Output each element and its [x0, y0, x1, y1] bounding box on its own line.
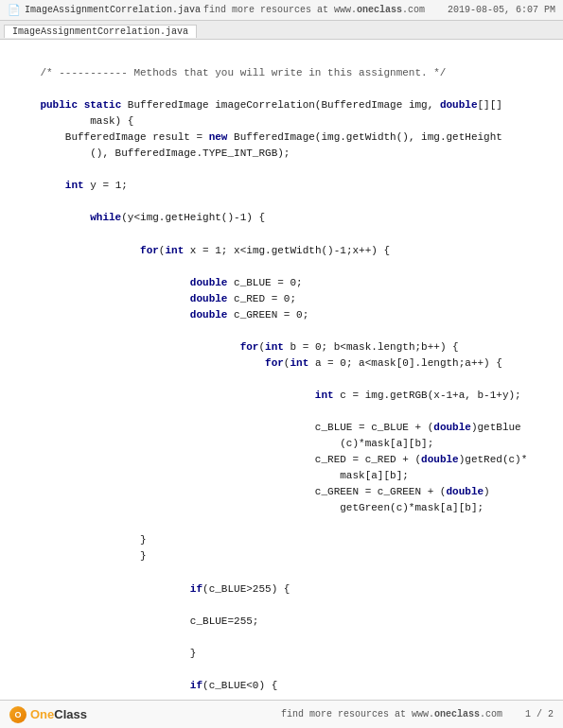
code-line: double c_BLUE = 0;	[15, 277, 303, 288]
code-line: double c_RED = 0;	[15, 293, 296, 304]
footer-right-link: find more resources at www.oneclass.com …	[281, 709, 554, 719]
tab-bar: ImageAssignmentCorrelation.java	[0, 21, 563, 40]
code-line: c_RED = c_RED + (double)getRed(c)*	[15, 454, 527, 465]
code-line: c_BLUE=255;	[15, 615, 258, 627]
header-bar: 📄 ImageAssignmentCorrelation.java find m…	[0, 0, 563, 21]
header-website: find more resources at www.oneclass.com	[203, 5, 425, 15]
comment-line: /* ----------- Methods that you will wri…	[15, 67, 446, 78]
code-line: while(y<img.getHeight()-1) {	[15, 212, 265, 223]
file-icon: 📄	[8, 4, 21, 16]
code-line: c_BLUE = c_BLUE + (double)getBlue	[15, 422, 521, 433]
code-line: double c_GREEN = 0;	[15, 309, 308, 321]
code-line: int c = img.getRGB(x-1+a, b-1+y);	[15, 390, 521, 401]
code-line: for(int x = 1; x<img.getWidth()-1;x++) {	[15, 245, 390, 256]
logo-icon: O	[9, 706, 26, 723]
code-line: }	[15, 550, 147, 562]
code-line: if(c_BLUE<0) {	[15, 680, 277, 691]
code-line: for(int a = 0; a<mask[0].length;a++) {	[15, 357, 502, 369]
code-line: }	[15, 534, 147, 546]
code-line: if(c_BLUE>255) {	[15, 583, 290, 595]
header-left: 📄 ImageAssignmentCorrelation.java	[8, 4, 201, 16]
page-number: 1 / 2	[525, 709, 554, 719]
footer-logo: O OneClass	[9, 706, 87, 723]
code-line: (), BufferedImage.TYPE_INT_RGB);	[15, 147, 290, 159]
tab-file[interactable]: ImageAssignmentCorrelation.java	[4, 25, 197, 38]
header-filename: ImageAssignmentCorrelation.java	[25, 5, 201, 15]
code-editor: /* ----------- Methods that you will wri…	[0, 40, 563, 728]
code-line: getGreen(c)*mask[a][b];	[15, 502, 484, 513]
logo-text: OneClass	[30, 707, 87, 721]
code-line: c_GREEN = c_GREEN + (double)	[15, 486, 490, 497]
header-time: 2019-08-05, 6:07 PM	[448, 5, 555, 15]
code-line: public static BufferedImage imageCorrela…	[15, 99, 502, 111]
tab-label: ImageAssignmentCorrelation.java	[12, 26, 188, 37]
code-line: mask[a][b];	[15, 470, 409, 481]
footer-bar: O OneClass find more resources at www.on…	[0, 700, 563, 728]
code-line: for(int b = 0; b<mask.length;b++) {	[15, 341, 459, 353]
header-right: find more resources at www.oneclass.com …	[203, 5, 555, 15]
code-line: }	[15, 648, 196, 659]
code-line: int y = 1;	[15, 180, 128, 191]
code-line: BufferedImage result = new BufferedImage…	[15, 131, 502, 143]
code-line: (c)*mask[a][b];	[15, 438, 433, 449]
code-line: mask) {	[15, 115, 133, 127]
